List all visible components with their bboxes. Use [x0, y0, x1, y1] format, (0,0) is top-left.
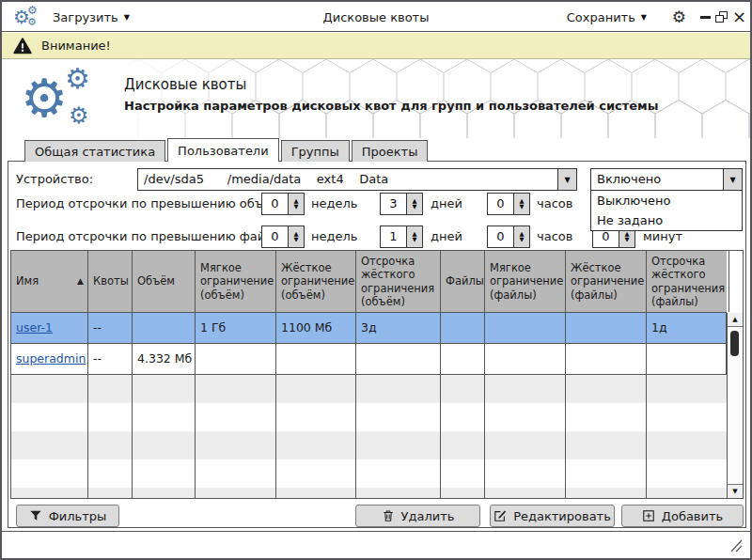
table-row[interactable]: user-1 -- 1 Гб 1100 Мб 3д 1д [11, 313, 727, 344]
option-not-set[interactable]: Не задано [591, 210, 742, 230]
column-header-soft-files[interactable]: Мягкое ограничение (файлы) [485, 251, 566, 312]
tab-projects[interactable]: Проекты [352, 140, 429, 162]
column-header-name[interactable]: Имя ▲ [11, 251, 88, 312]
tab-general-stats[interactable]: Общая статистика [24, 140, 165, 162]
load-menu-button[interactable]: Загрузить ▼ [53, 2, 130, 32]
maximize-button[interactable] [715, 2, 728, 32]
device-select[interactable]: /dev/sda5 /media/data ext4 Data ▼ [137, 168, 577, 191]
cell-hard-files [566, 344, 647, 374]
files-hours-value: 0 [488, 226, 513, 247]
column-header-volume[interactable]: Объём [133, 251, 196, 312]
hours-unit: часов [537, 193, 572, 215]
edit-icon [494, 509, 507, 522]
close-button[interactable]: × [732, 2, 746, 32]
page-title: Дисковые квоты [124, 76, 246, 93]
filters-label: Фильтры [49, 509, 107, 523]
tab-users[interactable]: Пользователи [167, 138, 279, 162]
column-grid-line [565, 375, 566, 498]
gear-icon: ⚙ [69, 104, 89, 127]
stepper-buttons[interactable]: ▲▼ [288, 194, 304, 214]
column-header-hard-files[interactable]: Жёсткое ограничение (файлы) [566, 251, 647, 312]
volume-hours-stepper[interactable]: 0 ▲▼ [487, 193, 530, 215]
arrow-down-icon: ▼ [520, 237, 525, 242]
warning-icon [13, 38, 32, 54]
minimize-button[interactable] [700, 2, 711, 32]
stepper-buttons[interactable]: ▲▼ [406, 226, 422, 247]
files-weeks-value: 0 [262, 226, 288, 247]
volume-days-value: 3 [381, 194, 406, 214]
cell-volume [133, 313, 196, 343]
vertical-scrollbar[interactable]: ▲ ▼ [727, 313, 743, 498]
quota-state-select[interactable]: Включено ▼ [590, 168, 743, 191]
cell-soft-files [485, 344, 566, 374]
load-menu-label: Загрузить [53, 10, 118, 24]
dropdown-button[interactable]: ▼ [723, 169, 742, 190]
column-header-grace-files[interactable]: Отсрочка жёсткого ограничения (файлы) [647, 251, 729, 312]
restore-icon [715, 11, 728, 23]
scrollbar-thumb[interactable] [730, 331, 739, 356]
delete-button[interactable]: Удалить [355, 505, 480, 527]
scroll-down-button[interactable]: ▼ [728, 484, 743, 498]
table-header-row: Имя ▲ Квоты Объём Мягкое ограничение (об… [11, 251, 727, 313]
gear-icon: ⚙ [27, 5, 38, 16]
files-days-stepper[interactable]: 1 ▲▼ [380, 226, 423, 248]
sort-asc-icon: ▲ [77, 276, 84, 287]
arrow-down-icon: ▼ [294, 237, 299, 242]
app-gears-icon: ⚙ ⚙ ⚙ [13, 5, 41, 30]
cell-files [441, 313, 485, 343]
edit-button[interactable]: Редактировать [490, 505, 615, 527]
cell-quotas: -- [88, 344, 133, 374]
filters-button[interactable]: Фильтры [16, 505, 119, 527]
scroll-up-button[interactable]: ▲ [728, 313, 743, 327]
grace-files-label: Период отсрочки по превышению файлов: [16, 226, 292, 248]
arrow-down-icon: ▼ [732, 488, 737, 495]
stepper-buttons[interactable]: ▲▼ [513, 194, 529, 214]
cell-quotas: -- [88, 313, 133, 343]
column-grid-line [355, 375, 356, 498]
days-unit: дней [431, 226, 462, 248]
arrow-up-icon: ▲ [732, 316, 737, 323]
column-grid-line [87, 375, 88, 498]
column-header-grace-volume[interactable]: Отсрочка жёсткого ограничения (объём) [356, 251, 441, 312]
warning-text: Внимание! [41, 39, 111, 53]
page-subtitle: Настройка параметров дисковых квот для г… [124, 99, 658, 113]
stepper-buttons[interactable]: ▲▼ [406, 194, 422, 214]
column-header-soft-volume[interactable]: Мягкое ограничение (объём) [196, 251, 276, 312]
stepper-buttons[interactable]: ▲▼ [513, 226, 529, 247]
arrow-down-icon: ▼ [413, 204, 417, 210]
delete-label: Удалить [401, 509, 455, 523]
device-label: Устройство: [16, 168, 93, 191]
user-link[interactable]: user-1 [16, 320, 53, 334]
volume-days-stepper[interactable]: 3 ▲▼ [380, 193, 423, 215]
column-grid-line [275, 375, 276, 498]
volume-weeks-stepper[interactable]: 0 ▲▼ [261, 193, 305, 215]
dropdown-button[interactable]: ▼ [557, 169, 576, 190]
gear-icon: ⚙ [21, 72, 68, 125]
tab-groups[interactable]: Группы [281, 140, 350, 162]
app-window: ⚙ ⚙ ⚙ Загрузить ▼ Дисковые квоты Сохрани… [0, 0, 752, 560]
empty-rows-stripes [11, 375, 727, 498]
cell-soft-files [485, 313, 566, 343]
files-days-value: 1 [381, 226, 406, 247]
column-grid-line [195, 375, 196, 498]
option-disabled[interactable]: Выключено [591, 191, 742, 210]
minimize-icon [700, 16, 711, 19]
settings-gear-button[interactable]: ⚙ [672, 2, 686, 32]
column-header-hard-volume[interactable]: Жёсткое ограничение (объём) [276, 251, 356, 312]
user-link[interactable]: superadmin [16, 351, 86, 366]
column-header-files[interactable]: Файлы [441, 251, 485, 312]
resize-grip[interactable] [728, 539, 743, 552]
table-row[interactable]: superadmin -- 4.332 Мб [11, 344, 727, 375]
column-header-quotas[interactable]: Квоты [88, 251, 133, 312]
arrow-down-icon: ▼ [294, 204, 299, 210]
chevron-down-icon: ▼ [641, 13, 647, 22]
cell-files [441, 344, 485, 374]
column-grid-line [646, 375, 647, 498]
hours-unit: часов [537, 226, 572, 248]
files-hours-stepper[interactable]: 0 ▲▼ [487, 226, 530, 248]
files-weeks-stepper[interactable]: 0 ▲▼ [261, 226, 305, 248]
stepper-buttons[interactable]: ▲▼ [288, 226, 304, 247]
add-button[interactable]: Добавить [621, 505, 744, 527]
close-icon: × [732, 8, 746, 25]
save-menu-button[interactable]: Сохранить ▼ [567, 2, 647, 32]
